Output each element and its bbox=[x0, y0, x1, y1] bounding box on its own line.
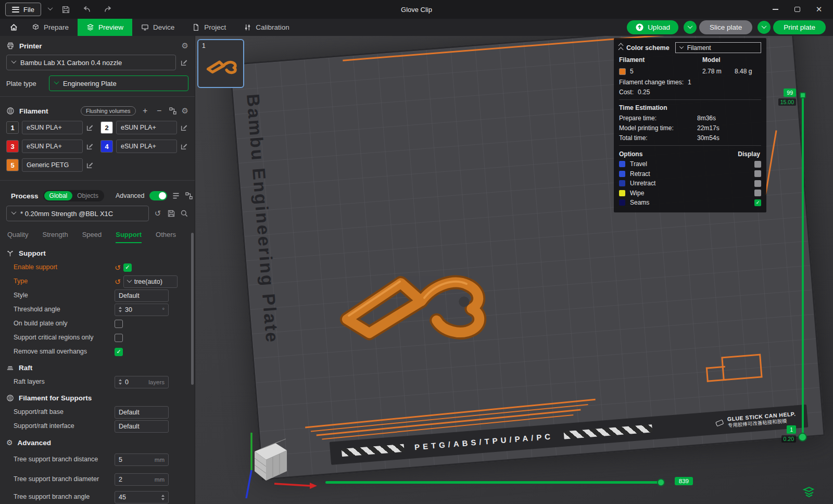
slice-plate-button[interactable]: Slice plate bbox=[699, 20, 752, 34]
close-button[interactable]: ✕ bbox=[810, 3, 828, 16]
edit-filament-icon[interactable] bbox=[180, 123, 188, 132]
threshold-angle-input[interactable]: 30° bbox=[115, 304, 169, 316]
filament-color-swatch[interactable]: 4 bbox=[100, 140, 113, 153]
print-plate-button[interactable]: Print plate bbox=[773, 20, 826, 34]
hazard-stripes bbox=[563, 424, 652, 439]
spinner-arrows[interactable] bbox=[119, 379, 122, 385]
layer-slider-top-handle[interactable] bbox=[800, 92, 806, 98]
viewport-3d[interactable]: Bambu Engineering Plate PETG/ABS/TPU/PA/… bbox=[195, 36, 833, 504]
step-slider-handle[interactable] bbox=[657, 478, 665, 486]
tab-project[interactable]: Project bbox=[183, 19, 235, 36]
support-style-input[interactable]: Default bbox=[115, 289, 169, 302]
home-tab[interactable] bbox=[4, 19, 23, 36]
advanced-toggle[interactable] bbox=[149, 191, 167, 200]
filament-icon bbox=[6, 107, 15, 115]
filament-preset-select[interactable]: eSUN PLA+ bbox=[116, 140, 177, 153]
on-build-plate-only-checkbox[interactable] bbox=[115, 320, 123, 328]
upload-label: Upload bbox=[648, 23, 670, 31]
undo-icon[interactable] bbox=[80, 3, 94, 16]
subtab-speed[interactable]: Speed bbox=[82, 231, 102, 243]
save-project-icon[interactable] bbox=[59, 3, 73, 16]
raft-layers-input[interactable]: 0layers bbox=[115, 376, 169, 388]
upload-button[interactable]: Upload bbox=[627, 20, 678, 34]
plate-type-select[interactable]: Engineering Plate bbox=[49, 75, 188, 91]
remove-filament-button[interactable]: − bbox=[155, 106, 164, 116]
branch-angle-input[interactable]: 45 bbox=[115, 491, 169, 503]
file-dropdown-chevron-icon[interactable] bbox=[48, 5, 53, 10]
spinner-arrows[interactable] bbox=[119, 307, 122, 312]
param-row-threshold-angle: Threshold angle 30° bbox=[0, 303, 195, 317]
model-glove-clip[interactable] bbox=[328, 251, 493, 345]
plate-thumbnail[interactable]: 1 bbox=[197, 39, 244, 88]
printer-preset-select[interactable]: Bambu Lab X1 Carbon 0.4 nozzle bbox=[6, 55, 176, 70]
filament-color-swatch[interactable]: 5 bbox=[6, 159, 19, 171]
process-compare-icon[interactable] bbox=[185, 192, 193, 200]
subtab-others[interactable]: Others bbox=[156, 231, 176, 243]
filament-color-swatch[interactable]: 3 bbox=[6, 140, 19, 153]
tab-calibration[interactable]: Calibration bbox=[235, 19, 298, 36]
minimize-button[interactable] bbox=[766, 3, 784, 16]
reset-param-icon[interactable]: ↺ bbox=[115, 263, 121, 272]
filament-color-swatch[interactable]: 1 bbox=[6, 121, 19, 134]
scope-global-button[interactable]: Global bbox=[44, 191, 73, 200]
color-scheme-select[interactable]: Filament bbox=[675, 42, 761, 53]
save-preset-icon[interactable] bbox=[167, 209, 175, 218]
subtab-quality[interactable]: Quality bbox=[7, 231, 28, 243]
flushing-volumes-button[interactable]: Flushing volumes bbox=[81, 106, 136, 116]
filament-preset-select[interactable]: eSUN PLA+ bbox=[22, 140, 83, 153]
filament-preset-select[interactable]: eSUN PLA+ bbox=[116, 121, 177, 134]
collapse-panel-icon[interactable] bbox=[619, 44, 623, 52]
tab-preview[interactable]: Preview bbox=[78, 19, 132, 36]
filament-preset-select[interactable]: eSUN PLA+ bbox=[22, 121, 83, 134]
edit-filament-icon[interactable] bbox=[86, 123, 94, 132]
filament-preset-select[interactable]: Generic PETG bbox=[22, 158, 83, 172]
filament-color-swatch[interactable]: 2 bbox=[100, 121, 113, 134]
edit-filament-icon[interactable] bbox=[180, 142, 188, 150]
branch-distance-input[interactable]: 5mm bbox=[115, 453, 169, 466]
filament-settings-icon[interactable]: ⚙ bbox=[182, 106, 188, 116]
display-header: Display bbox=[738, 150, 760, 158]
support-raft-interface-input[interactable]: Default bbox=[115, 420, 169, 433]
file-menu-button[interactable]: File bbox=[5, 3, 41, 16]
spinner-arrows[interactable] bbox=[161, 495, 165, 500]
search-parameters-icon[interactable] bbox=[180, 209, 188, 218]
slice-dropdown-button[interactable] bbox=[684, 21, 697, 34]
retract-display-checkbox[interactable] bbox=[754, 170, 761, 177]
support-type-select[interactable]: tree(auto) bbox=[123, 275, 178, 288]
support-raft-base-input[interactable]: Default bbox=[115, 406, 169, 419]
add-filament-button[interactable]: + bbox=[141, 106, 150, 116]
edit-printer-icon[interactable] bbox=[180, 58, 188, 67]
sidebar-scrollbar[interactable] bbox=[191, 233, 194, 385]
branch-diameter-input[interactable]: 2mm bbox=[115, 473, 169, 486]
parameter-table-icon[interactable] bbox=[172, 192, 180, 200]
process-preset-select[interactable]: * 0.20mm Strength @BBL X1C bbox=[6, 206, 149, 221]
filament-manager-icon[interactable] bbox=[169, 107, 177, 115]
layers-view-icon[interactable] bbox=[803, 486, 815, 498]
printer-settings-icon[interactable]: ⚙ bbox=[182, 41, 188, 51]
change-times-value: 1 bbox=[688, 79, 691, 86]
layer-slider-bottom-handle[interactable] bbox=[798, 433, 807, 442]
critical-regions-checkbox[interactable] bbox=[115, 334, 123, 342]
remove-small-overhangs-checkbox[interactable]: ✓ bbox=[115, 348, 123, 356]
unretract-display-checkbox[interactable] bbox=[754, 180, 761, 187]
edit-filament-icon[interactable] bbox=[86, 142, 94, 150]
subtab-support[interactable]: Support bbox=[116, 231, 142, 243]
maximize-button[interactable] bbox=[788, 3, 806, 16]
redo-icon[interactable] bbox=[101, 3, 115, 16]
enable-support-checkbox[interactable]: ✓ bbox=[123, 263, 132, 272]
step-slider[interactable]: 839 bbox=[325, 481, 663, 484]
layer-slider[interactable]: 99 15.00 1 0.20 bbox=[802, 94, 804, 437]
step-slider-track[interactable] bbox=[325, 481, 663, 484]
travel-display-checkbox[interactable] bbox=[754, 161, 761, 168]
wipe-display-checkbox[interactable] bbox=[754, 190, 761, 196]
edit-filament-icon[interactable] bbox=[86, 161, 94, 169]
scope-objects-button[interactable]: Objects bbox=[72, 191, 103, 200]
reset-preset-icon[interactable]: ↺ bbox=[153, 209, 162, 218]
reset-param-icon[interactable]: ↺ bbox=[115, 278, 121, 286]
prepare-time-value: 8m36s bbox=[697, 115, 716, 122]
subtab-strength[interactable]: Strength bbox=[42, 231, 68, 243]
tab-device[interactable]: Device bbox=[132, 19, 183, 36]
print-dropdown-button[interactable] bbox=[758, 21, 771, 34]
tab-prepare[interactable]: Prepare bbox=[23, 19, 78, 36]
seams-display-checkbox[interactable]: ✓ bbox=[754, 199, 761, 206]
